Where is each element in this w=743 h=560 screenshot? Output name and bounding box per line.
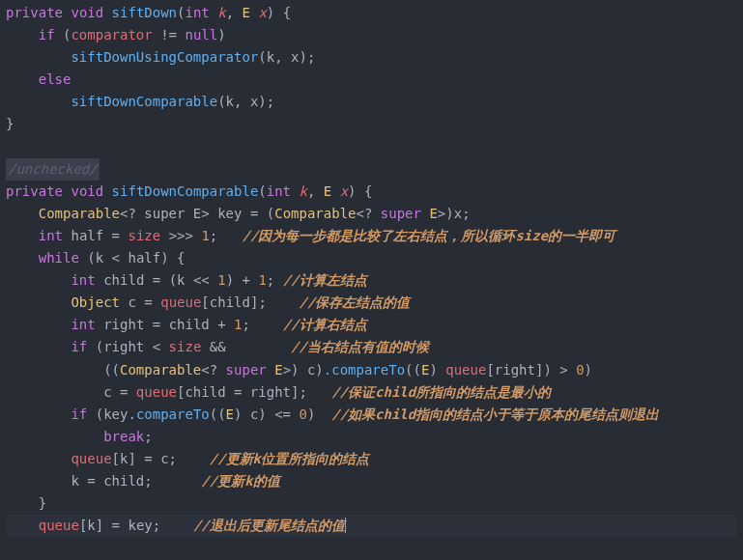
var-queue: queue [445, 362, 486, 378]
code-line: int right = child + 1; //计算右结点 [6, 317, 367, 332]
num-1: 1 [201, 228, 209, 243]
type-int: int [185, 5, 209, 20]
var-queue: queue [136, 384, 177, 400]
code-line: int child = (k << 1) + 1; //计算左结点 [6, 272, 367, 288]
code-line: private void siftDownComparable(int k, E… [6, 183, 372, 199]
keyword-while: while [39, 250, 79, 266]
op-eq: = [250, 206, 258, 221]
num-1b: 1 [258, 272, 266, 288]
brace-close: } [6, 116, 14, 131]
code-line: break; [6, 429, 153, 444]
call-compareTo: compareTo [136, 406, 210, 422]
param-x: x [258, 5, 266, 20]
op-eq: = [144, 294, 152, 310]
code-block: private void siftDown(int k, E x) { if (… [6, 2, 737, 560]
type-Object: Object [71, 294, 120, 310]
code-line: if (key.compareTo((E) c) <= 0) //如果child… [6, 406, 659, 422]
code-line: ((Comparable<? super E>) c).compareTo((E… [6, 362, 592, 378]
code-line: } [6, 495, 46, 511]
call-compareTo: .compareTo [324, 362, 405, 378]
type-E: E [226, 406, 234, 422]
var-queue: queue [71, 451, 111, 466]
code-line: int half = size >>> 1; //因为每一步都是比较了左右结点，… [6, 228, 615, 243]
op-neq: != [160, 27, 177, 42]
comment-update-k-pos: //更新k位置所指向的结点 [210, 451, 369, 466]
method-siftDownComparable: siftDownComparable [112, 183, 259, 199]
keyword-if: if [71, 406, 87, 422]
comment-save-left: //保存左结点的值 [300, 294, 411, 310]
index-child: [child] [201, 294, 258, 310]
comment-left-child: //计算左结点 [283, 272, 367, 288]
comment-ensure-min: //保证child所指向的结点是最小的 [331, 384, 551, 400]
op-eq: = [153, 272, 160, 288]
type-E: E [243, 5, 250, 20]
type-Comparable: Comparable [120, 362, 201, 378]
keyword-private: private [6, 5, 63, 20]
type-Comparable: Comparable [39, 206, 120, 221]
keyword-null: null [185, 27, 217, 42]
keyword-super: super [381, 206, 421, 221]
type-E: E [429, 206, 437, 221]
code-line: else [6, 71, 71, 87]
var-c: c [128, 294, 135, 310]
op-shr: >>> [169, 228, 193, 243]
var-queue: queue [160, 294, 201, 310]
num-1: 1 [217, 272, 225, 288]
type-E: E [324, 183, 331, 199]
var-child-ref: child [169, 317, 210, 332]
var-size: size [128, 228, 160, 243]
num-1: 1 [234, 317, 242, 332]
while-cond: (k < half) { [87, 250, 185, 266]
code-line: } [6, 116, 14, 131]
code-line: private void siftDown(int k, E x) { [6, 5, 291, 20]
var-x: x [454, 206, 462, 221]
arg-x: x [291, 49, 299, 65]
code-line: if (comparator != null) [6, 27, 226, 42]
keyword-void: void [71, 5, 103, 20]
type-int: int [71, 317, 95, 332]
type-int: int [39, 228, 63, 243]
var-child: child [103, 272, 144, 288]
code-line: siftDownComparable(k, x); [6, 94, 274, 109]
call-siftDownComparable: siftDownComparable [71, 94, 217, 109]
code-line: queue[k] = c; //更新k位置所指向的结点 [6, 451, 369, 466]
comment-break-cond: //如果child指向的结点小于等于原本的尾结点则退出 [331, 406, 659, 422]
comment-update-k: //更新k的值 [201, 473, 279, 489]
code-line: if (right < size && //当右结点有值的时候 [6, 339, 429, 354]
var-comparator: comparator [71, 27, 152, 42]
type-Comparable: Comparable [274, 206, 356, 221]
code-line: /unchecked/ [6, 161, 100, 177]
code-line: c = queue[child = right]; //保证child所指向的结… [6, 384, 551, 400]
text-cursor [345, 518, 354, 533]
num-0: 0 [576, 362, 584, 378]
brace-close: } [39, 495, 46, 511]
var-right: right [103, 317, 144, 332]
op-eq: = [153, 317, 160, 332]
code-line: Comparable<? super E> key = (Comparable<… [6, 206, 471, 221]
type-int: int [267, 183, 291, 199]
code-line: while (k < half) { [6, 250, 185, 266]
comment-half: //因为每一步都是比较了左右结点，所以循环size的一半即可 [243, 228, 616, 243]
keyword-void: void [71, 183, 103, 199]
type-E: E [274, 362, 282, 378]
param-k: k [217, 5, 225, 20]
comment-update-tail: //退出后更新尾结点的值 [193, 518, 345, 533]
var-half: half [71, 228, 103, 243]
annotation-unchecked: /unchecked/ [6, 158, 100, 181]
comment-right-child: //计算右结点 [283, 317, 367, 332]
type-int: int [71, 272, 95, 288]
keyword-else: else [39, 71, 71, 87]
arg-x: x [250, 94, 258, 109]
op-eq: = [112, 228, 120, 243]
arg-k: k [267, 49, 274, 65]
code-line: k = child; //更新k的值 [6, 473, 280, 489]
arg-k: k [226, 94, 234, 109]
keyword-break: break [103, 429, 144, 444]
code-line: siftDownUsingComparator(k, x); [6, 49, 315, 65]
keyword-super: super [226, 362, 267, 378]
keyword-private: private [6, 183, 63, 199]
param-x: x [340, 183, 348, 199]
generic-wildcard: <? super E> [120, 206, 210, 221]
var-size: size [169, 339, 202, 354]
comment-right-has-value: //当右结点有值的时候 [291, 339, 429, 354]
